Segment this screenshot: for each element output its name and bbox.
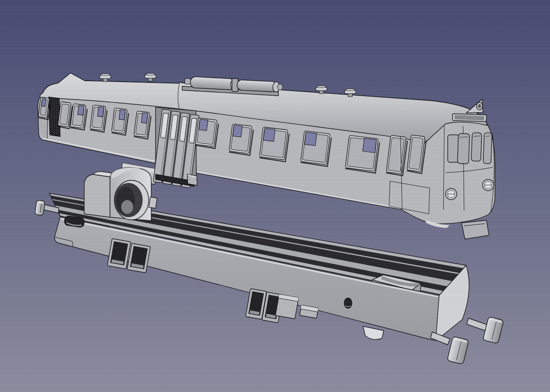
roof-cylinder-1-nub xyxy=(185,79,191,85)
window-vent-opening xyxy=(78,105,84,115)
cab-windshield[interactable] xyxy=(471,133,482,161)
cab-windshield[interactable] xyxy=(483,133,492,164)
roof-cylinder-1[interactable] xyxy=(190,76,234,90)
window-vent-opening xyxy=(263,128,275,142)
roof-cylinder-2-nub xyxy=(278,84,283,91)
window-vent-opening xyxy=(363,138,376,153)
underframe-box[interactable] xyxy=(275,294,299,319)
model-scene[interactable] xyxy=(0,0,550,392)
tower-block-left[interactable] xyxy=(84,174,110,217)
window-vent-opening xyxy=(98,106,104,117)
window-vent-opening xyxy=(199,119,208,131)
window-vent-opening xyxy=(41,98,46,106)
window-vent-opening xyxy=(141,113,148,124)
window-vent-opening xyxy=(119,109,125,120)
flywheel-bore-floor xyxy=(121,200,133,214)
roof-cylinder-2[interactable] xyxy=(237,80,277,92)
cab-door-window[interactable] xyxy=(448,135,459,162)
headlight[interactable] xyxy=(446,188,457,200)
headlight[interactable] xyxy=(483,179,494,191)
window-vent-opening xyxy=(233,125,242,137)
body-window[interactable] xyxy=(195,118,219,149)
buffer-head[interactable] xyxy=(35,200,46,216)
window-vent-opening xyxy=(305,132,317,146)
cab-windshield[interactable] xyxy=(458,134,470,164)
tower-bracket xyxy=(149,197,157,208)
freecad-3d-viewport[interactable] xyxy=(0,0,550,392)
destination-box[interactable] xyxy=(452,114,487,122)
body-window[interactable] xyxy=(229,124,254,155)
body-window[interactable] xyxy=(345,135,380,173)
